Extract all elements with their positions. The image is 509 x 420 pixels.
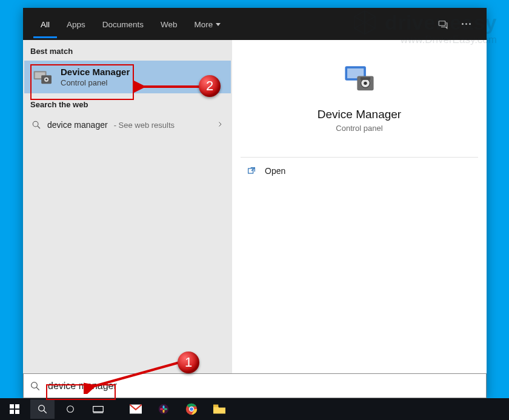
svg-rect-30 [164, 408, 167, 410]
annotation-step-1: 1 [178, 352, 199, 373]
gmail-icon[interactable] [124, 399, 148, 419]
start-search-panel: All Apps Documents Web More Best match [23, 8, 487, 398]
file-explorer-icon[interactable] [207, 399, 231, 419]
svg-point-5 [45, 79, 47, 81]
svg-line-37 [92, 362, 179, 387]
svg-point-12 [364, 82, 367, 85]
search-icon [32, 120, 41, 130]
tab-apps[interactable]: Apps [59, 10, 93, 38]
svg-rect-36 [213, 405, 218, 407]
filter-tabs: All Apps Documents Web More [23, 8, 487, 40]
svg-rect-13 [361, 77, 370, 80]
tab-more[interactable]: More [187, 10, 228, 38]
svg-rect-31 [163, 410, 165, 413]
device-manager-icon [33, 68, 53, 86]
start-button[interactable] [2, 399, 27, 419]
chevron-down-icon [216, 23, 221, 26]
svg-point-35 [190, 407, 193, 411]
svg-rect-32 [160, 408, 163, 410]
chrome-icon[interactable] [179, 399, 204, 419]
svg-line-7 [38, 126, 40, 128]
preview-title: Device Manager [318, 108, 401, 121]
results-columns: Best match Device Manager Control panel [23, 40, 487, 373]
svg-rect-19 [15, 404, 19, 408]
svg-point-24 [67, 406, 74, 413]
slack-icon[interactable] [151, 399, 176, 419]
svg-rect-20 [10, 410, 14, 414]
svg-line-23 [44, 410, 47, 413]
taskbar [0, 398, 509, 420]
annotation-arrow-1 [84, 358, 181, 394]
device-manager-large-icon [342, 62, 377, 97]
svg-line-17 [36, 387, 39, 390]
svg-rect-18 [10, 404, 14, 408]
web-result-query: device manager [47, 120, 108, 130]
feedback-icon[interactable] [433, 14, 453, 35]
tab-web[interactable]: Web [153, 10, 185, 38]
tab-more-label: More [195, 20, 213, 29]
svg-point-16 [32, 382, 38, 388]
best-match-title: Device Manager [61, 67, 130, 77]
preview-subtitle: Control panel [336, 124, 382, 133]
best-match-text: Device Manager Control panel [61, 67, 130, 87]
open-action[interactable]: Open [232, 158, 487, 184]
task-view-icon[interactable] [86, 399, 110, 419]
open-icon [247, 166, 256, 176]
svg-rect-0 [439, 21, 445, 25]
preview-pane: Device Manager Control panel Open [232, 40, 487, 373]
open-label: Open [265, 166, 285, 176]
svg-rect-29 [163, 405, 165, 408]
preview-header: Device Manager Control panel [232, 40, 487, 146]
svg-rect-25 [93, 407, 104, 412]
web-header: Search the web [23, 93, 232, 114]
best-match-header: Best match [23, 40, 232, 61]
more-options-icon[interactable] [456, 14, 476, 35]
annotation-step-2: 2 [199, 75, 221, 97]
best-match-subtitle: Control panel [61, 78, 130, 87]
svg-point-6 [33, 121, 38, 127]
tab-documents[interactable]: Documents [95, 10, 151, 38]
tab-all[interactable]: All [33, 10, 57, 38]
annotation-arrow-2 [134, 79, 203, 94]
search-icon [30, 381, 41, 392]
svg-rect-21 [15, 410, 19, 414]
svg-point-22 [39, 405, 45, 412]
web-result-item[interactable]: device manager - See web results [23, 114, 232, 136]
taskbar-search[interactable] [30, 399, 55, 419]
svg-rect-14 [248, 168, 253, 173]
chevron-right-icon [216, 120, 224, 130]
web-result-suffix: - See web results [114, 121, 175, 130]
cortana-icon[interactable] [58, 399, 82, 419]
